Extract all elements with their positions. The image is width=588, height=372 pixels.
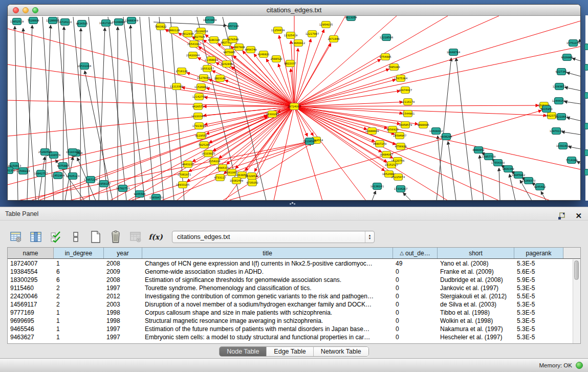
table-select-dropdown[interactable]: citations_edges.txt ▲▼ <box>172 231 375 243</box>
graph-node[interactable]: 10674427 <box>399 87 412 94</box>
column-header-short[interactable]: short <box>438 248 514 258</box>
graph-node[interactable]: 9656923 <box>386 126 398 133</box>
table-vertical-scrollbar[interactable] <box>573 259 580 343</box>
table-row[interactable]: 969969511998Structural magnetic resonanc… <box>8 317 572 325</box>
graph-node[interactable]: 7528808 <box>27 17 39 24</box>
graph-node[interactable]: 8454749 <box>245 47 256 53</box>
graph-node[interactable]: 12186605 <box>46 17 59 24</box>
table-row[interactable]: 977716911998Corpus callosum shape and si… <box>8 309 572 317</box>
row-height-icon[interactable] <box>69 230 82 244</box>
graph-node[interactable]: 9898695 <box>417 122 429 128</box>
graph-node[interactable]: 8860128 <box>168 27 180 34</box>
graph-node[interactable]: 12970135 <box>550 128 563 135</box>
graph-node[interactable]: 10391603 <box>556 143 570 149</box>
graph-node[interactable]: 15659470 <box>149 194 163 201</box>
graph-node[interactable]: 8990852 <box>472 147 484 154</box>
graph-node[interactable]: 2671846 <box>328 36 339 42</box>
graph-node[interactable]: 16543382 <box>187 41 201 48</box>
graph-node[interactable]: 9875685 <box>223 49 235 56</box>
graph-node[interactable]: 11526982 <box>194 84 208 91</box>
column-header-out_de[interactable]: △out_de… <box>393 248 438 258</box>
tab-network-table[interactable]: Network Table <box>314 347 368 356</box>
graph-node[interactable]: 14409342 <box>429 128 443 135</box>
table-row[interactable]: 1830029562008Estimation of significance … <box>8 276 572 284</box>
function-builder-icon[interactable]: f(x) <box>149 230 162 244</box>
graph-node[interactable]: 9245402 <box>534 184 546 190</box>
graph-node[interactable]: 7714089 <box>565 157 577 164</box>
graph-node[interactable]: 8186328 <box>208 37 220 43</box>
graph-node[interactable]: 12218506 <box>380 34 393 41</box>
graph-node[interactable]: 9329966 <box>561 54 573 61</box>
tab-node-table[interactable]: Node Table <box>220 347 267 356</box>
graph-node[interactable]: 12142755 <box>192 94 206 100</box>
graph-node[interactable]: 16648784 <box>447 49 461 56</box>
graph-node[interactable]: 9938294 <box>440 134 452 140</box>
network-canvas[interactable]: 1872400718300295766382288601288912934252… <box>8 16 581 201</box>
graph-node[interactable]: 9643227 <box>182 161 193 168</box>
table-row[interactable]: 946554611997Estimation of the future num… <box>8 325 572 333</box>
graph-node[interactable]: 9733117 <box>214 174 226 181</box>
table-row[interactable]: 1872400712008Changes of HCN gene express… <box>8 259 572 268</box>
column-display-icon[interactable] <box>29 230 42 244</box>
graph-node[interactable]: 11544901 <box>401 111 415 117</box>
graph-node[interactable]: 9146821 <box>257 51 269 58</box>
graph-node[interactable]: 12444158 <box>552 98 565 104</box>
graph-node[interactable]: 9227342 <box>555 69 567 75</box>
graph-node[interactable]: 2803144 <box>214 75 226 82</box>
graph-node[interactable]: 9806349 <box>502 166 514 172</box>
window-titlebar[interactable]: citations_edges.txt <box>8 5 580 16</box>
table-row[interactable]: 2242004622012Investigating the contribut… <box>8 292 572 300</box>
graph-node[interactable]: 7925284 <box>198 142 210 148</box>
split-pane-grip[interactable] <box>290 202 295 206</box>
graph-node[interactable]: 7154016 <box>208 158 220 165</box>
graph-node[interactable]: 9827505 <box>193 34 205 40</box>
graph-node[interactable]: 9245586 <box>134 191 145 198</box>
tab-edge-table[interactable]: Edge Table <box>267 347 313 356</box>
graph-node[interactable]: 16782753 <box>116 185 129 192</box>
select-columns-icon[interactable] <box>49 230 62 244</box>
graph-node[interactable]: 8822037 <box>284 60 296 67</box>
graph-node[interactable]: 7485083 <box>388 64 400 71</box>
graph-node[interactable]: 11254439 <box>271 27 285 34</box>
graph-node[interactable]: 12954035 <box>319 21 333 28</box>
graph-node[interactable]: 12213389 <box>170 83 183 90</box>
close-panel-icon[interactable]: ✕ <box>575 212 582 220</box>
zoom-window-icon[interactable] <box>32 7 38 13</box>
graph-node[interactable]: 19933195 <box>176 182 189 188</box>
graph-node[interactable]: 8813054 <box>345 16 357 21</box>
graph-node[interactable]: 17913035 <box>192 123 206 129</box>
table-row[interactable]: 1938455462009Genome-wide association stu… <box>8 268 572 276</box>
graph-node[interactable]: 12093872 <box>553 83 566 90</box>
new-table-icon[interactable] <box>89 230 102 244</box>
graph-node[interactable]: 7663822 <box>155 24 166 30</box>
graph-node[interactable]: 17081971 <box>178 171 191 178</box>
float-window-icon[interactable] <box>555 209 568 223</box>
graph-node[interactable]: 14136141 <box>371 183 384 190</box>
minimize-window-icon[interactable] <box>23 7 29 13</box>
graph-node[interactable]: 18958579 <box>399 122 412 128</box>
graph-node[interactable]: 20531004 <box>78 63 92 70</box>
graph-node[interactable]: 12116179 <box>401 99 415 105</box>
graph-node[interactable]: 15751074 <box>567 40 580 47</box>
graph-node[interactable]: 16053809 <box>203 17 216 24</box>
table-row[interactable]: 946362711997Embryonic stem cells: a mode… <box>8 333 572 341</box>
table-row[interactable]: 911546021997Tourette syndrome. Phenomeno… <box>8 284 572 292</box>
column-header-pagerank[interactable]: pagerank <box>514 248 563 258</box>
graph-node[interactable]: 15276096 <box>197 75 210 81</box>
graph-node[interactable]: 15857739 <box>482 154 495 160</box>
column-header-in_degree[interactable]: in_degree <box>54 248 104 258</box>
graph-node[interactable]: 9375887 <box>57 163 69 169</box>
table-settings-icon[interactable] <box>9 230 23 244</box>
column-header-name[interactable]: name <box>8 248 54 258</box>
graph-node[interactable]: 10417290 <box>99 20 113 27</box>
graph-node[interactable]: 8215953 <box>540 106 552 113</box>
graph-node[interactable]: 2676546 <box>227 36 238 43</box>
graph-node[interactable]: 9634505 <box>76 20 88 27</box>
scrollbar-thumb[interactable] <box>574 260 579 280</box>
graph-node[interactable]: 2718126 <box>176 68 187 75</box>
column-header-year[interactable]: year <box>104 248 142 258</box>
graph-node[interactable]: 2588520 <box>270 56 282 62</box>
graph-node[interactable]: 12668349 <box>125 17 138 24</box>
graph-node[interactable]: 9242848 <box>221 61 232 68</box>
graph-node[interactable]: 9735050 <box>246 180 258 186</box>
